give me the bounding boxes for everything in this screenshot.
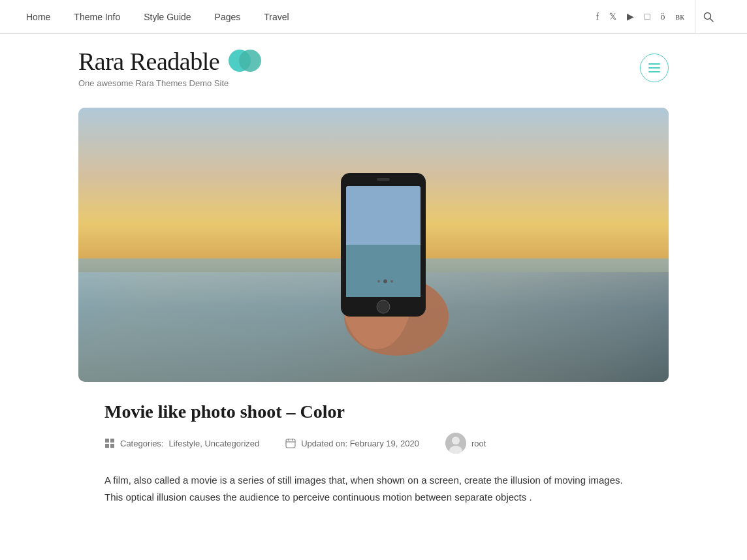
categories-value: Lifestyle, Uncategorized [168,439,259,448]
categories-icon [104,438,115,448]
svg-point-12 [390,280,393,283]
article-title: Movie like photo shoot – Color [104,401,643,422]
site-title: Rara Readable [78,47,219,76]
author-name: root [471,439,486,448]
social-links: f 𝕏 ▶ □ ö вк [596,0,721,34]
author-avatar [445,433,466,454]
svg-rect-15 [105,444,109,448]
vk-icon[interactable]: вк [676,12,684,22]
facebook-icon[interactable]: f [596,12,599,22]
youtube-icon[interactable]: ▶ [627,11,634,22]
svg-rect-7 [346,245,421,297]
updated-meta: Updated on: February 19, 2020 [285,438,419,448]
hero-image [78,108,669,382]
search-icon [703,12,714,22]
svg-rect-14 [110,439,114,443]
hero-section [0,95,747,395]
nav-home[interactable]: Home [26,12,50,22]
categories-meta: Categories: Lifestyle, Uncategorized [104,438,259,448]
logo-circle-right [239,50,261,72]
svg-point-11 [377,280,380,283]
site-branding: Rara Readable One awesome Rara Themes De… [78,47,262,88]
menu-button[interactable] [640,54,669,82]
svg-line-1 [710,18,713,22]
site-tagline: One awesome Rara Themes Demo Site [78,78,262,88]
svg-point-22 [452,437,460,444]
site-title-wrap: Rara Readable [78,47,262,76]
article: Movie like photo shoot – Color Categorie… [0,395,747,525]
hamburger-icon [648,63,660,72]
svg-rect-17 [286,439,295,448]
phone-hand-illustration [282,134,465,356]
logo-icon [229,50,262,73]
updated-label: Updated on: February 19, 2020 [301,439,419,448]
top-navigation: Home Theme Info Style Guide Pages Travel… [0,0,747,34]
article-meta: Categories: Lifestyle, Uncategorized Upd… [104,433,643,454]
author-meta: root [445,433,486,454]
hero-background [78,108,669,382]
nav-theme-info[interactable]: Theme Info [74,12,120,22]
site-header: Rara Readable One awesome Rara Themes De… [0,34,747,95]
search-button[interactable] [695,0,721,34]
nav-style-guide[interactable]: Style Guide [144,12,191,22]
svg-rect-6 [346,186,421,245]
twitter-icon[interactable]: 𝕏 [609,11,616,22]
svg-rect-9 [377,178,390,181]
odnoklassniki-icon[interactable]: ö [661,12,665,22]
instagram-icon[interactable]: □ [644,12,650,22]
article-body: A film, also called a movie is a series … [104,472,643,505]
categories-label: Categories: [120,439,163,448]
nav-pages[interactable]: Pages [215,12,241,22]
calendar-icon [285,438,296,448]
svg-rect-16 [110,444,114,448]
svg-point-8 [377,300,390,313]
svg-point-10 [383,279,387,283]
svg-rect-13 [105,439,109,443]
nav-links: Home Theme Info Style Guide Pages Travel [26,12,289,22]
nav-travel[interactable]: Travel [264,12,289,22]
